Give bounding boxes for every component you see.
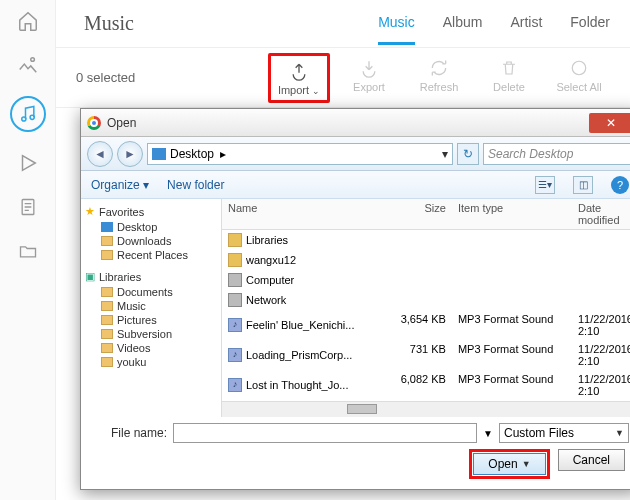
- favorites-header[interactable]: ★Favorites: [85, 205, 217, 218]
- file-row[interactable]: Network: [222, 290, 630, 310]
- close-button[interactable]: ✕: [589, 113, 630, 133]
- desktop-icon: [101, 222, 113, 232]
- file-row[interactable]: Computer: [222, 270, 630, 290]
- back-button[interactable]: ◄: [87, 141, 113, 167]
- selection-count: 0 selected: [76, 70, 268, 85]
- nav-refresh-button[interactable]: ↻: [457, 143, 479, 165]
- tree-item-subversion[interactable]: Subversion: [85, 327, 217, 341]
- file-row[interactable]: Feelin' Blue_Kenichi...3,654 KBMP3 Forma…: [222, 310, 630, 340]
- file-name: Libraries: [246, 234, 288, 246]
- dialog-titlebar[interactable]: Open ✕: [81, 109, 630, 137]
- refresh-button[interactable]: Refresh: [408, 53, 470, 103]
- docs-icon[interactable]: [15, 194, 41, 220]
- video-icon[interactable]: [15, 150, 41, 176]
- file-filter-select[interactable]: Custom Files▼: [499, 423, 629, 443]
- file-name: Computer: [246, 274, 294, 286]
- dialog-body: ★Favorites Desktop Downloads Recent Plac…: [81, 199, 630, 417]
- cancel-button[interactable]: Cancel: [558, 449, 625, 471]
- file-date: [572, 231, 630, 249]
- toolbar-actions: Import ⌄ Export Refresh Delete Select Al…: [268, 53, 610, 103]
- location-sep: ▸: [220, 147, 226, 161]
- filename-dropdown-icon[interactable]: ▼: [483, 428, 493, 439]
- svg-point-4: [572, 61, 586, 75]
- import-button[interactable]: Import ⌄: [268, 53, 330, 103]
- refresh-icon: [429, 57, 449, 79]
- file-name: Network: [246, 294, 286, 306]
- file-icon: [228, 378, 242, 392]
- new-folder-button[interactable]: New folder: [167, 178, 224, 192]
- chrome-icon: [87, 116, 101, 130]
- folder-icon: [101, 357, 113, 367]
- scroll-thumb[interactable]: [347, 404, 377, 414]
- location-bar[interactable]: Desktop ▸ ▾: [147, 143, 453, 165]
- forward-button[interactable]: ►: [117, 141, 143, 167]
- organize-menu[interactable]: Organize ▾: [91, 178, 149, 192]
- tree-item-documents[interactable]: Documents: [85, 285, 217, 299]
- file-date: [572, 251, 630, 269]
- col-size[interactable]: Size: [382, 199, 452, 229]
- file-date: 11/22/2016 2:10: [572, 371, 630, 399]
- tree-item-youku[interactable]: youku: [85, 355, 217, 369]
- libraries-header[interactable]: ▣Libraries: [85, 270, 217, 283]
- file-row[interactable]: Loading_PrismCorp...731 KBMP3 Format Sou…: [222, 340, 630, 370]
- file-row[interactable]: Lost in Thought_Jo...6,082 KBMP3 Format …: [222, 370, 630, 400]
- location-dropdown-icon[interactable]: ▾: [442, 147, 448, 161]
- tab-artist[interactable]: Artist: [510, 2, 542, 45]
- file-name: Lost in Thought_Jo...: [246, 379, 349, 391]
- folder-icon: [101, 236, 113, 246]
- photos-icon[interactable]: [15, 52, 41, 78]
- file-icon: [228, 348, 242, 362]
- file-name: Feelin' Blue_Kenichi...: [246, 319, 355, 331]
- preview-pane-button[interactable]: ◫: [573, 176, 593, 194]
- file-type: MP3 Format Sound: [452, 371, 572, 399]
- tab-music[interactable]: Music: [378, 2, 415, 45]
- export-label: Export: [353, 81, 385, 93]
- horizontal-scrollbar[interactable]: [222, 401, 630, 417]
- location-text: Desktop: [170, 147, 214, 161]
- import-label: Import: [278, 84, 309, 96]
- music-icon[interactable]: [10, 96, 46, 132]
- delete-button[interactable]: Delete: [478, 53, 540, 103]
- tree-item-recent[interactable]: Recent Places: [85, 248, 217, 262]
- import-icon: [289, 60, 309, 82]
- tab-album[interactable]: Album: [443, 2, 483, 45]
- folder-icon: [101, 329, 113, 339]
- chevron-down-icon: ⌄: [312, 86, 320, 96]
- tree-item-downloads[interactable]: Downloads: [85, 234, 217, 248]
- tab-folder[interactable]: Folder: [570, 2, 610, 45]
- tree-item-desktop[interactable]: Desktop: [85, 220, 217, 234]
- file-list: Name Size Item type Date modified Librar…: [222, 199, 630, 417]
- file-size: [382, 291, 452, 309]
- tree-item-pictures[interactable]: Pictures: [85, 313, 217, 327]
- file-rows: Librarieswangxu12ComputerNetworkFeelin' …: [222, 230, 630, 401]
- files-icon[interactable]: [15, 238, 41, 264]
- file-size: 731 KB: [382, 341, 452, 369]
- tree-item-music[interactable]: Music: [85, 299, 217, 313]
- view-mode-button[interactable]: ☰▾: [535, 176, 555, 194]
- delete-label: Delete: [493, 81, 525, 93]
- col-name[interactable]: Name: [222, 199, 382, 229]
- file-row[interactable]: wangxu12: [222, 250, 630, 270]
- col-type[interactable]: Item type: [452, 199, 572, 229]
- export-icon: [359, 57, 379, 79]
- select-all-button[interactable]: Select All: [548, 53, 610, 103]
- select-all-icon: [570, 57, 588, 79]
- tree-item-videos[interactable]: Videos: [85, 341, 217, 355]
- header: Music Music Album Artist Folder: [56, 0, 630, 48]
- open-button[interactable]: Open▼: [473, 453, 545, 475]
- help-button[interactable]: ?: [611, 176, 629, 194]
- col-date[interactable]: Date modified: [572, 199, 630, 229]
- libraries-group: ▣Libraries Documents Music Pictures Subv…: [85, 270, 217, 369]
- svg-point-1: [21, 117, 25, 121]
- svg-point-2: [30, 115, 34, 119]
- filename-input[interactable]: [173, 423, 477, 443]
- home-icon[interactable]: [15, 8, 41, 34]
- split-dropdown-icon[interactable]: ▼: [522, 459, 531, 469]
- search-input[interactable]: Search Desktop: [483, 143, 630, 165]
- column-headers[interactable]: Name Size Item type Date modified: [222, 199, 630, 230]
- export-button[interactable]: Export: [338, 53, 400, 103]
- file-size: [382, 271, 452, 289]
- file-row[interactable]: Libraries: [222, 230, 630, 250]
- file-date: 11/22/2016 2:10: [572, 341, 630, 369]
- star-icon: ★: [85, 205, 95, 218]
